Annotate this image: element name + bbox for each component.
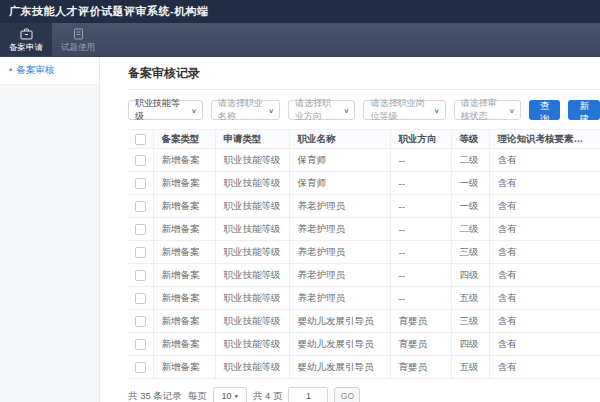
select-placeholder: 请选择职业方向 (295, 97, 340, 123)
table-cell: 养老护理员 (289, 287, 390, 310)
row-checkbox[interactable] (135, 201, 146, 212)
table-cell: 职业技能等级 (215, 195, 289, 218)
records-table: 备案类型 申请类型 职业名称 职业方向 等级 理论知识考核要素细目表 新增备案职… (128, 129, 600, 379)
table-cell: 新增备案 (153, 287, 215, 310)
sidebar: • 备案审核 (0, 57, 100, 402)
table-cell: 职业技能等级 (215, 333, 289, 356)
select-placeholder: 请选择职业名称 (218, 97, 264, 123)
table-cell: 四级 (451, 264, 489, 287)
chevron-down-icon: ∨ (434, 106, 440, 113)
per-page-label: 每页 (188, 390, 207, 402)
row-checkbox[interactable] (135, 316, 146, 327)
table-cell: 四级 (451, 333, 489, 356)
table-cell: 婴幼儿发展引导员 (289, 333, 390, 356)
table-cell: 保育师 (289, 172, 390, 195)
table-cell: 含有 (489, 172, 600, 195)
table-cell: 职业技能等级 (215, 149, 289, 172)
table-cell: 三级 (451, 310, 489, 333)
table-cell: 含有 (489, 241, 600, 264)
table-row: 新增备案职业技能等级婴幼儿发展引导员育婴员三级含有 (128, 310, 600, 333)
tab-label: 试题使用 (61, 43, 95, 52)
page-number-input[interactable] (288, 387, 328, 402)
row-checkbox[interactable] (135, 224, 146, 235)
table-cell: 含有 (489, 356, 600, 379)
table-cell: 育婴员 (390, 310, 451, 333)
select-placeholder: 请选择审核状态 (461, 97, 506, 123)
page-count-label: 共 4 页 (253, 390, 283, 402)
app-header: 广东技能人才评价试题评审系统-机构端 (0, 0, 600, 23)
row-checkbox[interactable] (135, 293, 146, 304)
nav-tabbar: 备案申请 试题使用 (0, 23, 600, 57)
table-cell: 职业技能等级 (215, 264, 289, 287)
table-row: 新增备案职业技能等级保育师--一级含有 (128, 172, 600, 195)
table-cell: 育婴员 (390, 333, 451, 356)
table-cell: 一级 (451, 195, 489, 218)
table-cell: 养老护理员 (289, 241, 390, 264)
table-cell: -- (390, 218, 451, 241)
select-value: 职业技能等级 (135, 97, 187, 123)
tab-beian-shenqing[interactable]: 备案申请 (0, 23, 52, 56)
table-cell: 育婴员 (390, 356, 451, 379)
table-cell: 一级 (451, 172, 489, 195)
table-cell: 五级 (451, 356, 489, 379)
table-cell: 新增备案 (153, 241, 215, 264)
table-cell: 新增备案 (153, 356, 215, 379)
row-checkbox[interactable] (135, 270, 146, 281)
chevron-down-icon: ∨ (509, 106, 515, 113)
table-cell: 含有 (489, 310, 600, 333)
table-cell: 新增备案 (153, 172, 215, 195)
table-cell: 养老护理员 (289, 195, 390, 218)
tab-shiti-shiyong[interactable]: 试题使用 (52, 23, 104, 56)
row-checkbox[interactable] (135, 247, 146, 258)
chevron-down-icon: ∨ (344, 106, 350, 113)
table-cell: 二级 (451, 218, 489, 241)
document-icon (73, 28, 84, 41)
row-checkbox[interactable] (135, 178, 146, 189)
table-cell: 含有 (489, 149, 600, 172)
col-header: 职业名称 (289, 130, 390, 149)
per-page-value: 10 (222, 391, 232, 401)
select-placeholder: 请选择职业岗位等级 (370, 97, 429, 123)
col-header: 备案类型 (153, 130, 215, 149)
table-cell: 含有 (489, 287, 600, 310)
per-page-select[interactable]: 10 ▾ (213, 387, 247, 402)
table-row: 新增备案职业技能等级养老护理员--四级含有 (128, 264, 600, 287)
table-cell: -- (390, 149, 451, 172)
audit-status-select[interactable]: 请选择审核状态 ∨ (454, 100, 521, 120)
table-cell: -- (390, 195, 451, 218)
app-title: 广东技能人才评价试题评审系统-机构端 (9, 4, 209, 19)
table-cell: 五级 (451, 287, 489, 310)
col-header: 申请类型 (215, 130, 289, 149)
create-button[interactable]: 新建 (568, 100, 600, 120)
table-row: 新增备案职业技能等级婴幼儿发展引导员育婴员四级含有 (128, 333, 600, 356)
table-cell: 保育师 (289, 149, 390, 172)
tab-label: 备案申请 (9, 43, 43, 52)
main-content: 备案审核记录 职业技能等级 ∨ 请选择职业名称 ∨ 请选择职业方向 ∨ 请选择职… (100, 57, 600, 402)
go-button[interactable]: GO (334, 387, 360, 402)
table-cell: 婴幼儿发展引导员 (289, 310, 390, 333)
col-header: 等级 (451, 130, 489, 149)
table-cell: 含有 (489, 333, 600, 356)
table-cell: -- (390, 287, 451, 310)
sidebar-item-label: 备案审核 (16, 64, 54, 77)
skill-level-select[interactable]: 职业技能等级 ∨ (128, 100, 203, 120)
post-level-select[interactable]: 请选择职业岗位等级 ∨ (363, 100, 445, 120)
sidebar-item-beian-shenhe[interactable]: • 备案审核 (0, 57, 99, 85)
row-checkbox[interactable] (135, 362, 146, 373)
table-cell: 新增备案 (153, 264, 215, 287)
query-button[interactable]: 查询 (529, 100, 561, 120)
table-cell: 职业技能等级 (215, 172, 289, 195)
row-checkbox[interactable] (135, 339, 146, 350)
table-cell: -- (390, 241, 451, 264)
table-cell: 含有 (489, 218, 600, 241)
table-cell: -- (390, 172, 451, 195)
table-cell: 新增备案 (153, 149, 215, 172)
select-all-checkbox[interactable] (135, 134, 146, 145)
table-cell: 职业技能等级 (215, 218, 289, 241)
col-header: 理论知识考核要素细目表 (489, 130, 600, 149)
occupation-name-select[interactable]: 请选择职业名称 ∨ (211, 100, 280, 120)
row-checkbox[interactable] (135, 155, 146, 166)
occupation-direction-select[interactable]: 请选择职业方向 ∨ (288, 100, 355, 120)
app-window: 广东技能人才评价试题评审系统-机构端 备案申请 试题使用 • 备案审核 备案审核… (0, 0, 600, 402)
table-row: 新增备案职业技能等级养老护理员--三级含有 (128, 241, 600, 264)
